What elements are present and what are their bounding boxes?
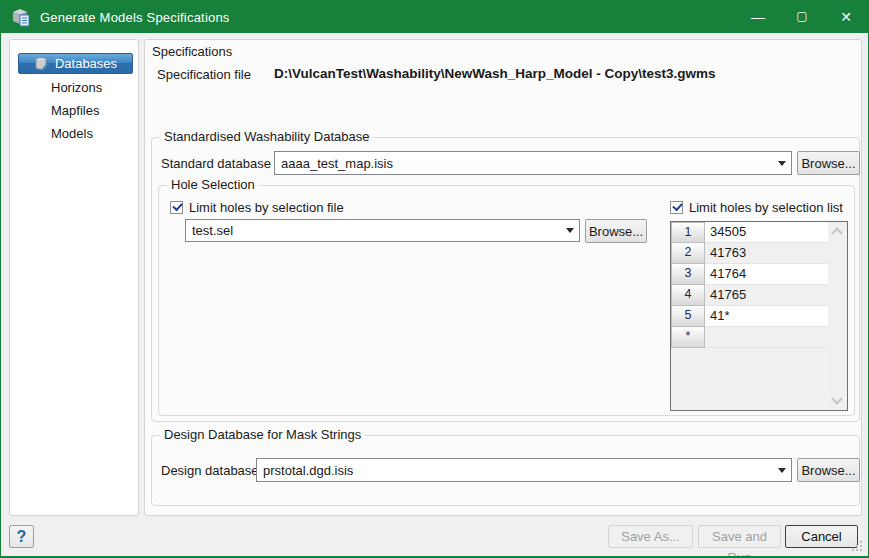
cancel-button[interactable]: Cancel <box>785 525 858 548</box>
help-icon: ? <box>17 528 27 545</box>
spec-file-label: Specification file <box>157 67 251 82</box>
browse-button-label: Browse... <box>589 224 643 239</box>
database-icon <box>34 56 50 72</box>
row-cell[interactable]: 41764 <box>705 264 828 285</box>
limit-holes-file-label: Limit holes by selection file <box>189 200 344 215</box>
limit-holes-list-label: Limit holes by selection list <box>689 200 843 215</box>
table-row: 4 41765 <box>671 285 828 306</box>
save-and-run-label: Save and Run <box>712 529 767 558</box>
save-as-button[interactable]: Save As... <box>608 525 693 548</box>
sidebar: Databases Horizons Mapfiles Models <box>9 39 139 516</box>
chevron-down-icon[interactable] <box>773 152 791 174</box>
row-header[interactable]: 4 <box>671 285 705 306</box>
sidebar-item-label: Models <box>51 126 93 141</box>
section-title: Specifications <box>152 44 232 59</box>
table-row: 3 41764 <box>671 264 828 285</box>
table-scrollbar[interactable] <box>828 222 847 410</box>
standardised-washability-group: Standardised Washability Database Standa… <box>151 137 860 422</box>
selection-file-browse-button[interactable]: Browse... <box>585 219 647 243</box>
sidebar-item-label: Databases <box>55 53 117 74</box>
close-button[interactable]: ✕ <box>824 1 868 33</box>
help-button[interactable]: ? <box>9 525 34 548</box>
chevron-down-icon[interactable] <box>773 459 791 481</box>
limit-holes-file-checkbox[interactable] <box>170 201 183 214</box>
browse-button-label: Browse... <box>801 156 855 171</box>
limit-holes-list-checkbox[interactable] <box>670 201 683 214</box>
window-title: Generate Models Specifications <box>40 10 230 25</box>
title-bar[interactable]: Generate Models Specifications — ▢ ✕ <box>1 1 868 33</box>
window-controls: — ▢ ✕ <box>736 1 868 33</box>
sidebar-item-models[interactable]: Models <box>18 123 133 144</box>
row-header[interactable]: 5 <box>671 306 705 327</box>
design-database-label: Design database <box>161 463 259 478</box>
design-database-browse-button[interactable]: Browse... <box>797 458 860 482</box>
standard-database-value: aaaa_test_map.isis <box>281 156 773 171</box>
table-row: 1 34505 <box>671 222 828 243</box>
table-row: 5 41* <box>671 306 828 327</box>
table-row: * <box>671 327 828 348</box>
maximize-button[interactable]: ▢ <box>780 1 824 33</box>
chevron-down-icon[interactable] <box>561 220 579 241</box>
scroll-down-icon[interactable] <box>833 395 841 403</box>
row-header[interactable]: 1 <box>671 222 705 243</box>
minimize-button[interactable]: — <box>736 1 780 33</box>
row-cell[interactable] <box>705 327 828 348</box>
main-panel: Specifications Specification file D:\Vul… <box>144 39 862 516</box>
selection-list-rows: 1 34505 2 41763 3 41764 4 <box>671 222 828 348</box>
spec-file-value: D:\VulcanTest\Washability\NewWash_Harp_M… <box>274 66 716 81</box>
standard-database-label: Standard database <box>161 156 271 171</box>
close-icon: ✕ <box>840 10 852 24</box>
resize-grip-icon[interactable] <box>850 539 862 551</box>
limit-holes-list-checkbox-row: Limit holes by selection list <box>670 200 843 215</box>
standard-database-browse-button[interactable]: Browse... <box>797 151 860 175</box>
dialog-window: Generate Models Specifications — ▢ ✕ Dat… <box>0 0 869 558</box>
limit-holes-file-checkbox-row: Limit holes by selection file <box>170 200 344 215</box>
selection-file-value: test.sel <box>192 223 561 238</box>
save-as-label: Save As... <box>621 529 680 544</box>
row-header[interactable]: 3 <box>671 264 705 285</box>
hole-selection-group: Hole Selection Limit holes by selection … <box>158 185 855 416</box>
save-and-run-button[interactable]: Save and Run <box>698 525 781 548</box>
selection-list-table: 1 34505 2 41763 3 41764 4 <box>670 221 848 411</box>
group-title: Hole Selection <box>167 177 259 192</box>
row-header[interactable]: 2 <box>671 243 705 264</box>
selection-file-combobox[interactable]: test.sel <box>185 219 580 242</box>
standard-database-combobox[interactable]: aaaa_test_map.isis <box>274 151 792 175</box>
browse-button-label: Browse... <box>801 463 855 478</box>
cancel-label: Cancel <box>801 529 841 544</box>
design-database-combobox[interactable]: prstotal.dgd.isis <box>256 458 792 482</box>
row-cell[interactable]: 41* <box>705 306 828 327</box>
row-cell[interactable]: 41765 <box>705 285 828 306</box>
maximize-icon: ▢ <box>796 10 807 22</box>
sidebar-item-label: Mapfiles <box>51 103 99 118</box>
app-cube-icon <box>10 6 32 28</box>
sidebar-item-horizons[interactable]: Horizons <box>18 77 133 98</box>
group-title: Design Database for Mask Strings <box>160 427 365 442</box>
row-header[interactable]: * <box>671 327 705 348</box>
design-database-value: prstotal.dgd.isis <box>263 463 773 478</box>
row-cell[interactable]: 41763 <box>705 243 828 264</box>
table-row: 2 41763 <box>671 243 828 264</box>
sidebar-item-mapfiles[interactable]: Mapfiles <box>18 100 133 121</box>
sidebar-item-databases[interactable]: Databases <box>18 53 133 74</box>
row-cell[interactable]: 34505 <box>705 222 828 243</box>
sidebar-item-label: Horizons <box>51 80 102 95</box>
minimize-icon: — <box>751 10 765 24</box>
group-title: Standardised Washability Database <box>160 129 373 144</box>
design-database-group: Design Database for Mask Strings Design … <box>151 435 860 506</box>
scroll-up-icon[interactable] <box>833 227 841 235</box>
